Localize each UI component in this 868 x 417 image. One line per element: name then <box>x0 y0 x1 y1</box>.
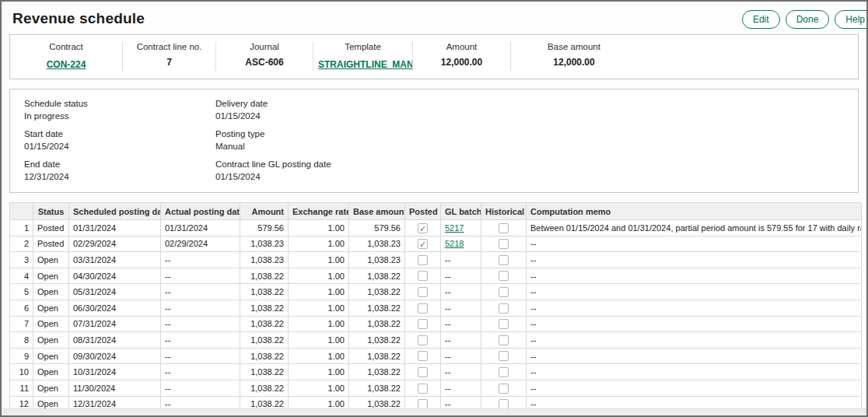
table-row: 1Posted01/31/202401/31/2024579.561.00579… <box>10 220 862 237</box>
historical-checkbox[interactable] <box>499 287 509 297</box>
cell-memo: -- <box>527 300 862 316</box>
table-row: 5Open05/31/2024--1,038.221.001,038.22---… <box>10 284 862 300</box>
cell-actual: -- <box>161 268 240 284</box>
cell-base: 1,038.22 <box>349 364 405 380</box>
detail-field-value: 01/15/2024 <box>215 172 844 181</box>
cell-base: 1,038.22 <box>349 332 405 349</box>
cell-posted <box>405 348 441 364</box>
posted-checkbox[interactable] <box>418 239 428 249</box>
cell-actual: -- <box>161 252 240 268</box>
cell-gl: -- <box>441 364 481 380</box>
table-row: 11Open11/30/2024--1,038.221.001,038.22--… <box>10 380 862 396</box>
done-button[interactable]: Done <box>786 10 830 29</box>
cell-base: 1,038.22 <box>349 284 405 300</box>
gl-batch-link[interactable]: 5218 <box>445 239 464 248</box>
cell-historical <box>481 348 527 364</box>
cell-rate: 1.00 <box>289 236 349 252</box>
posted-checkbox[interactable] <box>418 303 428 314</box>
cell-base: 1,038.22 <box>349 268 405 284</box>
cell-actual: -- <box>161 332 240 349</box>
summary-field-value: 7 <box>128 57 211 68</box>
posted-checkbox[interactable] <box>418 319 428 329</box>
cell-posted <box>405 236 441 252</box>
historical-checkbox[interactable] <box>499 319 509 329</box>
cell-posted <box>405 268 441 284</box>
cell-gl: 5218 <box>441 236 481 252</box>
historical-checkbox[interactable] <box>499 303 509 314</box>
detail-field-label: Start date <box>24 129 215 138</box>
posted-checkbox[interactable] <box>418 223 428 233</box>
cell-status: Open <box>33 364 69 380</box>
cell-historical <box>481 316 527 332</box>
cell-status: Open <box>33 348 69 364</box>
posted-checkbox[interactable] <box>418 367 428 377</box>
cell-gl: -- <box>441 316 481 332</box>
cell-memo: Between 01/15/2024 and 01/31/2024, parti… <box>527 220 862 237</box>
cell-base: 1,038.22 <box>349 348 405 364</box>
help-button[interactable]: Help <box>835 10 868 29</box>
cell-status: Posted <box>33 220 69 237</box>
cell-gl: -- <box>441 268 481 284</box>
cell-num: 3 <box>10 252 33 268</box>
historical-checkbox[interactable] <box>499 367 509 377</box>
historical-checkbox[interactable] <box>499 223 509 233</box>
col-header-gl: GL batch <box>441 203 481 220</box>
cell-posted <box>405 300 441 316</box>
historical-checkbox[interactable] <box>499 384 509 394</box>
cell-memo: -- <box>527 348 862 364</box>
detail-field: Start date01/15/2024 <box>24 129 215 151</box>
summary-field: Amount12,000.00 <box>413 42 511 71</box>
summary-card: ContractCON-224Contract line no.7Journal… <box>9 34 859 79</box>
cell-gl: 5217 <box>441 220 481 237</box>
posted-checkbox[interactable] <box>418 335 428 345</box>
summary-field-value[interactable]: STRAIGHTLINE_MANUAL <box>318 59 413 70</box>
detail-field: Delivery date01/15/2024 <box>215 99 844 121</box>
cell-gl: -- <box>441 380 481 396</box>
cell-memo: -- <box>527 332 862 349</box>
cell-status: Open <box>33 332 69 349</box>
summary-field: Base amount12,000.00 <box>511 42 637 71</box>
cell-scheduled: 08/31/2024 <box>69 332 161 349</box>
detail-field: Schedule statusIn progress <box>24 99 215 121</box>
historical-checkbox[interactable] <box>499 239 509 249</box>
posted-checkbox[interactable] <box>418 384 428 394</box>
cell-historical <box>481 252 527 268</box>
cell-num: 5 <box>10 284 33 300</box>
cell-num: 10 <box>10 364 33 380</box>
col-header-amount: Amount <box>240 203 289 220</box>
cell-historical <box>481 284 527 300</box>
cell-base: 1,038.22 <box>349 300 405 316</box>
posted-checkbox[interactable] <box>418 271 428 281</box>
historical-checkbox[interactable] <box>499 351 509 361</box>
cell-memo: -- <box>527 252 862 268</box>
edit-button[interactable]: Edit <box>742 10 780 29</box>
historical-checkbox[interactable] <box>499 335 509 345</box>
cell-base: 1,038.22 <box>349 316 405 332</box>
cell-amount: 1,038.22 <box>240 316 289 332</box>
horizontal-scrollbar[interactable] <box>2 408 866 415</box>
summary-field-value[interactable]: CON-224 <box>47 59 86 70</box>
cell-num: 9 <box>10 348 33 364</box>
detail-field-label: End date <box>24 159 215 169</box>
col-header-rate: Exchange rate <box>289 203 349 220</box>
table-row: 2Posted02/29/202402/29/20241,038.231.001… <box>10 236 862 252</box>
historical-checkbox[interactable] <box>499 255 509 265</box>
cell-rate: 1.00 <box>289 348 349 364</box>
cell-scheduled: 01/31/2024 <box>69 220 161 237</box>
cell-memo: -- <box>527 380 862 396</box>
posted-checkbox[interactable] <box>418 255 428 265</box>
historical-checkbox[interactable] <box>499 271 509 281</box>
posted-checkbox[interactable] <box>418 287 428 297</box>
gl-batch-link[interactable]: 5217 <box>445 223 464 233</box>
cell-status: Open <box>33 316 69 332</box>
table-row: 6Open06/30/2024--1,038.221.001,038.22---… <box>10 300 862 316</box>
cell-rate: 1.00 <box>289 364 349 380</box>
table-row: 9Open09/30/2024--1,038.221.001,038.22---… <box>10 348 862 364</box>
table-row: 4Open04/30/2024--1,038.221.001,038.22---… <box>10 268 862 284</box>
posted-checkbox[interactable] <box>418 351 428 361</box>
col-header-historical: Historical <box>481 203 527 220</box>
cell-memo: -- <box>527 316 862 332</box>
col-header-actual: Actual posting date <box>161 203 240 220</box>
cell-historical <box>481 332 527 349</box>
cell-scheduled: 11/30/2024 <box>69 380 161 396</box>
